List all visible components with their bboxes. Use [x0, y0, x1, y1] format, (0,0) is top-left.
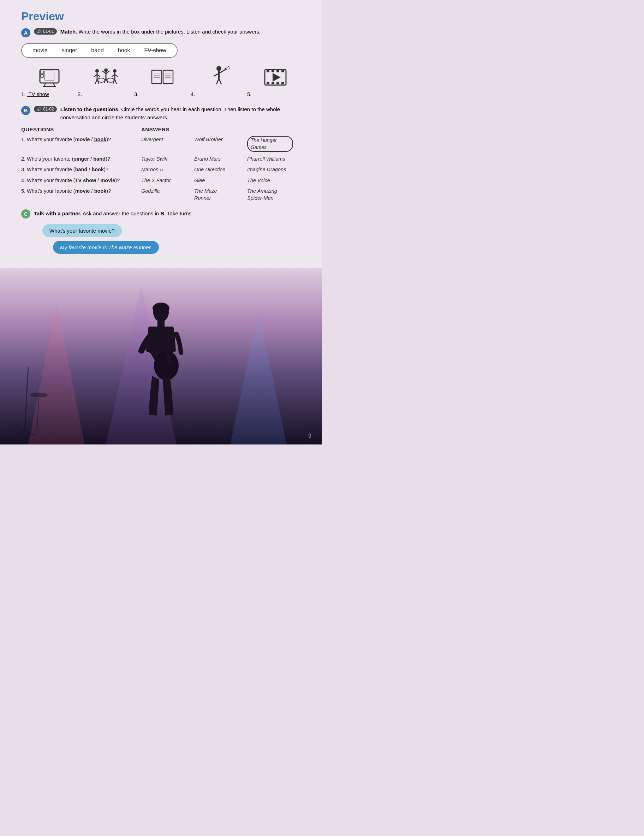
- word-tvshow: TV show: [144, 47, 166, 54]
- label-1: 1. TV show: [21, 91, 78, 97]
- section-a-instruction: Match. Write the words in the box under …: [60, 28, 261, 36]
- audio-badge-a[interactable]: 🔊 01-01: [34, 28, 57, 34]
- qa-header-row: QUESTIONS ANSWERS: [21, 126, 304, 132]
- book-icon-svg: [150, 67, 175, 88]
- answers-3: Maroon 5 One Direction Imagine Dragons: [141, 166, 304, 173]
- icon-singer: [191, 65, 247, 88]
- qa-row-3: 3. What's your favorite (band / book)? M…: [21, 166, 304, 173]
- svg-point-44: [229, 68, 230, 69]
- question-1: 1. What's your favorite (movie / book)?: [21, 136, 134, 143]
- concert-background: [0, 268, 322, 444]
- label-4: 4.: [191, 91, 247, 97]
- section-b-header: B 🔊 01-02 Listen to the questions. Circl…: [21, 106, 304, 121]
- question-3: 3. What's your favorite (band / book)?: [21, 166, 134, 173]
- svg-line-65: [25, 430, 35, 436]
- word-singer: singer: [62, 47, 77, 54]
- svg-rect-51: [271, 70, 275, 72]
- svg-point-7: [95, 69, 99, 73]
- page-number: 9: [308, 433, 311, 439]
- svg-line-45: [214, 73, 219, 76]
- svg-point-41: [224, 68, 227, 70]
- svg-line-64: [14, 430, 25, 436]
- labels-row: 1. TV show 2. 3. 4. 5.: [21, 91, 304, 97]
- svg-rect-50: [266, 70, 270, 72]
- answers-2: Taylor Swift Bruno Mars Pharrell William…: [141, 155, 304, 162]
- word-band: band: [91, 47, 104, 54]
- answers-1: Divergent Wolf Brother The Hunger Games: [141, 136, 304, 152]
- section-badge-c: C: [21, 209, 30, 219]
- section-badge-a: A: [21, 28, 30, 38]
- answer-2-1: Taylor Swift: [141, 155, 187, 162]
- section-b-instruction: Listen to the questions. Circle the word…: [60, 106, 304, 121]
- answer-4-2: Glee: [194, 177, 240, 184]
- svg-rect-0: [40, 70, 59, 83]
- svg-point-21: [113, 69, 116, 73]
- svg-point-38: [216, 66, 221, 71]
- qa-row-5: 5. What's your favorite (movie / book)? …: [21, 188, 304, 202]
- svg-rect-52: [276, 70, 279, 72]
- svg-line-47: [219, 78, 221, 84]
- answer-2-3: Pharrell Williams: [247, 155, 293, 162]
- section-badge-b: B: [21, 106, 30, 115]
- question-4: 4. What's your favorite (TV show / movie…: [21, 177, 134, 184]
- label-5: 5.: [247, 91, 304, 97]
- answers-4: The X Factor Glee The Voice: [141, 177, 304, 184]
- light-beam-3: [230, 310, 287, 444]
- svg-rect-60: [157, 320, 165, 327]
- audio-badge-b[interactable]: 🔊 01-02: [34, 106, 57, 112]
- speaker-icon: 🔊: [37, 29, 42, 34]
- answer-2-2: Bruno Mars: [194, 155, 240, 162]
- svg-rect-28: [152, 70, 162, 84]
- answers-5: Godzilla The MazeRunner The AmazingSpide…: [141, 188, 304, 202]
- questions-header: QUESTIONS: [21, 126, 134, 132]
- icons-row: ♪♫: [21, 65, 304, 88]
- answers-header-area: ANSWERS: [141, 126, 304, 132]
- svg-marker-49: [273, 73, 281, 82]
- answer-4-1: The X Factor: [141, 177, 187, 184]
- answer-1-2: Wolf Brother: [194, 136, 240, 152]
- bubble-2: My favorite movie is The Maze Runner.: [53, 241, 159, 254]
- icon-tv: [21, 67, 78, 88]
- label-3: 3.: [134, 91, 191, 97]
- section-a-bold: Match.: [60, 29, 77, 34]
- singer-icon-svg: [206, 65, 231, 88]
- guitarist-silhouette: [126, 302, 196, 430]
- svg-point-59: [152, 302, 170, 314]
- band-icon-svg: ♪♫: [92, 67, 120, 88]
- answers-header: ANSWERS: [141, 126, 170, 132]
- svg-rect-54: [266, 82, 270, 84]
- answer-5-1: Godzilla: [141, 188, 187, 202]
- svg-rect-57: [281, 82, 284, 84]
- circled-answer-1: The Hunger Games: [247, 136, 293, 152]
- svg-text:♪♫: ♪♫: [105, 67, 109, 70]
- section-c-bold: Talk with a partner.: [34, 211, 82, 216]
- speaker-icon-b: 🔊: [37, 107, 42, 111]
- chat-bubbles: What's your favorite movie? My favorite …: [42, 224, 304, 254]
- answer-1-1: Divergent: [141, 136, 187, 152]
- answer-4-3: The Voice: [247, 177, 293, 184]
- svg-line-67: [37, 397, 39, 430]
- section-c-instruction: Talk with a partner. Ask and answer the …: [34, 210, 193, 218]
- word-box: movie singer band book TV show: [21, 43, 178, 58]
- guitarist-svg: [126, 302, 196, 429]
- answer-5-3: The AmazingSpider-Man: [247, 188, 293, 202]
- svg-rect-29: [163, 70, 173, 84]
- qa-row-2: 2. Who's your favorite (singer / band)? …: [21, 155, 304, 162]
- svg-line-46: [216, 78, 219, 84]
- film-icon-svg: [263, 67, 288, 88]
- answer-3-2: One Direction: [194, 166, 240, 173]
- answer-1-3: The Hunger Games: [247, 136, 293, 152]
- answer-5-2: The MazeRunner: [194, 188, 240, 202]
- svg-line-26: [115, 79, 116, 84]
- icon-book: [134, 67, 191, 88]
- content-area: Preview A 🔊 01-01 Match. Write the words…: [0, 0, 322, 268]
- page-wrapper: Preview A 🔊 01-01 Match. Write the words…: [0, 0, 322, 444]
- svg-rect-1: [45, 71, 54, 80]
- word-book: book: [118, 47, 130, 54]
- equipment-svg: [7, 367, 49, 438]
- label-2: 2.: [78, 91, 134, 97]
- tv-icon-svg: [37, 67, 62, 88]
- icon-band: ♪♫: [78, 67, 134, 88]
- qa-row-4: 4. What's your favorite (TV show / movie…: [21, 177, 304, 184]
- page-title: Preview: [21, 10, 304, 23]
